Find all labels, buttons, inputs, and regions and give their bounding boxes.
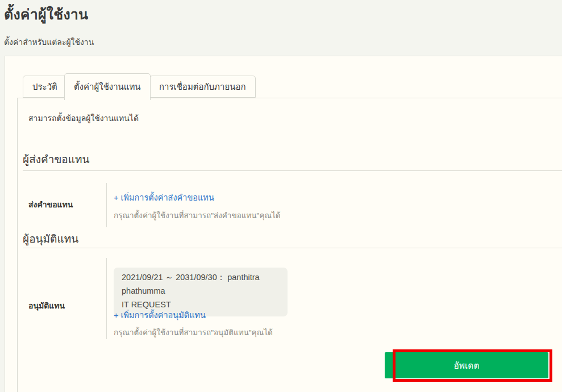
send-request-proxy-note: กรุณาตั้งค่าผู้ใช้งานที่สามารถ"ส่งคำขอแท… [114, 209, 281, 222]
proxy-approver-entry-period: 2021/09/21 ～ 2031/09/30： panthitra phath… [122, 271, 280, 298]
tab-content-box [17, 98, 562, 392]
section-divider [23, 248, 562, 248]
add-approve-proxy-link[interactable]: + เพิ่มการตั้งค่าอนุมัติแทน [114, 308, 206, 322]
row-divider [106, 183, 107, 227]
row-label-send-request-proxy: ส่งคำขอแทน [28, 198, 73, 211]
section-title-proxy-approver: ผู้อนุมัติแทน [23, 230, 78, 247]
update-button[interactable]: อัพเดต [385, 352, 548, 378]
intro-text: สามารถตั้งข้อมูลผู้ใช้งานแทนได้ [28, 112, 139, 124]
tab-history-label: ประวัติ [32, 80, 57, 94]
user-settings-page: ตั้งค่าผู้ใช้งาน ตั้งค่าสำหรับแต่ละผู้ใช… [0, 0, 562, 392]
section-title-proxy-requester: ผู้ส่งคำขอแทน [23, 151, 90, 168]
tab-external-connection-label: การเชื่อมต่อกับภายนอก [159, 80, 246, 94]
tab-external-connection[interactable]: การเชื่อมต่อกับภายนอก [149, 76, 256, 98]
page-title: ตั้งค่าผู้ใช้งาน [4, 3, 88, 26]
tab-proxy-user-settings[interactable]: ตั้งค่าผู้ใช้งานแทน [64, 73, 151, 100]
row-label-approve-proxy: อนุมัติแทน [28, 299, 65, 312]
tab-history[interactable]: ประวัติ [23, 76, 67, 98]
section-divider [23, 170, 562, 171]
approve-proxy-note: กรุณาตั้งค่าผู้ใช้งานที่สามารถ"อนุมัติแท… [114, 326, 273, 339]
add-send-request-proxy-link[interactable]: + เพิ่มการตั้งค่าส่งคำขอแทน [114, 191, 214, 204]
row-divider [106, 258, 107, 339]
tab-proxy-user-settings-label: ตั้งค่าผู้ใช้งานแทน [74, 80, 141, 94]
page-subtitle: ตั้งค่าสำหรับแต่ละผู้ใช้งาน [4, 36, 94, 48]
